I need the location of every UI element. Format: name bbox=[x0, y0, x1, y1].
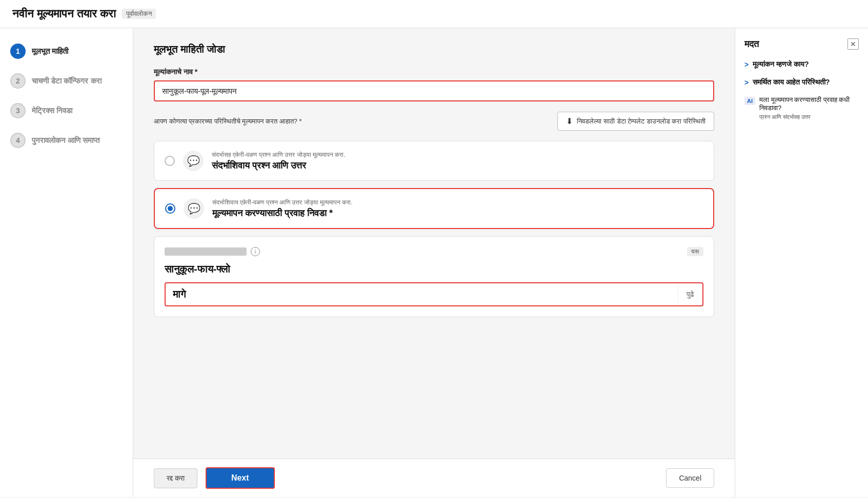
help-text-2: समर्थित काय आहेत परिस्थिती? bbox=[753, 78, 830, 87]
info-icon[interactable]: i bbox=[251, 247, 260, 256]
cancel-en-button[interactable]: Cancel bbox=[666, 468, 714, 488]
flow-next-label: पुढे bbox=[678, 285, 702, 304]
help-close-button[interactable]: ✕ bbox=[847, 38, 859, 50]
sidebar-item-step3[interactable]: 3 मेट्रिक्स निवडा bbox=[10, 103, 123, 118]
flow-tag: यरू bbox=[687, 247, 703, 256]
eval-name-label: मूल्यांकनाचे नाव * bbox=[154, 68, 714, 76]
flow-name-bar: i bbox=[165, 247, 260, 256]
help-title: मदत bbox=[744, 39, 759, 50]
flow-name-placeholder bbox=[165, 247, 247, 256]
step1-label: मूलभूत माहिती bbox=[32, 47, 68, 56]
option-card-1[interactable]: 💬 संदर्भासह एकेरी-वळण प्रश्न आणि उत्तर ज… bbox=[154, 141, 714, 181]
step4-label: पुनरावलोकन आणि समाप्त bbox=[32, 136, 99, 145]
option-icon-1: 💬 bbox=[183, 151, 204, 171]
help-arrow-1: > bbox=[744, 60, 749, 69]
option2-title: मूल्यमापन करण्यासाठी प्रवाह निवडा * bbox=[212, 208, 703, 219]
flow-input-row: पुढे bbox=[165, 282, 703, 306]
next-button[interactable]: Next bbox=[206, 467, 275, 489]
page-title: नवीन मूल्यमापन तयार करा bbox=[12, 7, 116, 20]
help-complex-text: मला मूल्यमापन करण्यासाठी प्रवाह कधी निवड… bbox=[759, 96, 859, 112]
situation-row: आपण कोणत्या प्रकारच्या परिस्थितीचे मूल्य… bbox=[154, 112, 714, 131]
step3-circle: 3 bbox=[10, 103, 26, 118]
help-complex-content: मला मूल्यमापन करण्यासाठी प्रवाह कधी निवड… bbox=[759, 96, 859, 120]
footer: रद्द करा Next Cancel bbox=[133, 459, 735, 497]
ai-badge: AI bbox=[744, 97, 755, 105]
download-template-button[interactable]: ⬇ निवडलेल्या साठी डेटा टेम्पलेट डाउनलोड … bbox=[557, 112, 714, 131]
main-layout: 1 मूलभूत माहिती 2 चाचणी डेटा कॉन्फिगर कर… bbox=[0, 28, 868, 497]
content-area: मूलभूत माहिती जोडा मूल्यांकनाचे नाव * आप… bbox=[133, 28, 735, 459]
sidebar: 1 मूलभूत माहिती 2 चाचणी डेटा कॉन्फिगर कर… bbox=[0, 28, 133, 497]
help-item-2[interactable]: > समर्थित काय आहेत परिस्थिती? bbox=[744, 78, 859, 87]
eval-name-input[interactable] bbox=[154, 80, 714, 101]
page-header: नवीन मूल्यमापन तयार करा पूर्वावलोकन bbox=[0, 0, 868, 28]
preview-badge: पूर्वावलोकन bbox=[122, 9, 156, 19]
step3-label: मेट्रिक्स निवडा bbox=[32, 106, 72, 115]
option-card-2[interactable]: 💬 संदर्भाशिवाय एकेरी-वळण प्रश्न आणि उत्त… bbox=[154, 188, 714, 229]
section-title: मूलभूत माहिती जोडा bbox=[154, 44, 714, 55]
option-icon-2: 💬 bbox=[184, 198, 204, 219]
help-complex-sub: प्रश्न आणि संदर्भासह उत्तर bbox=[759, 114, 859, 120]
option-text-1: संदर्भासह एकेरी-वळण प्रश्न आणि उत्तर जोड… bbox=[212, 151, 703, 171]
step4-circle: 4 bbox=[10, 133, 26, 148]
option-text-2: संदर्भाशिवाय एकेरी-वळण प्रश्न आणि उत्तर … bbox=[212, 199, 703, 219]
situation-label: आपण कोणत्या प्रकारच्या परिस्थितीचे मूल्य… bbox=[154, 117, 549, 126]
flow-input-field[interactable] bbox=[166, 283, 678, 305]
download-icon: ⬇ bbox=[566, 116, 573, 126]
flow-card: i यरू सानुकूल-फाय-फ्लो पुढे bbox=[154, 236, 714, 317]
help-panel: मदत ✕ > मूल्यांकन म्हणजे काय? > समर्थित … bbox=[735, 28, 868, 497]
help-item-3[interactable]: AI मला मूल्यमापन करण्यासाठी प्रवाह कधी न… bbox=[744, 96, 859, 120]
flow-card-header: i यरू bbox=[165, 247, 703, 256]
step2-label: चाचणी डेटा कॉन्फिगर करा bbox=[32, 76, 102, 86]
sidebar-item-step4[interactable]: 4 पुनरावलोकन आणि समाप्त bbox=[10, 133, 123, 148]
flow-title: सानुकूल-फाय-फ्लो bbox=[165, 263, 703, 275]
close-icon: ✕ bbox=[850, 40, 856, 48]
cancel-mr-button[interactable]: रद्द करा bbox=[154, 468, 197, 488]
option2-subtitle: संदर्भाशिवाय एकेरी-वळण प्रश्न आणि उत्तर … bbox=[212, 199, 703, 206]
sidebar-item-step1[interactable]: 1 मूलभूत माहिती bbox=[10, 44, 123, 59]
help-text-1: मूल्यांकन म्हणजे काय? bbox=[753, 60, 809, 69]
option1-subtitle: संदर्भासह एकेरी-वळण प्रश्न आणि उत्तर जोड… bbox=[212, 151, 703, 158]
option1-title: संदर्भाशिवाय प्रश्न आणि उत्तर bbox=[212, 160, 703, 171]
step1-circle: 1 bbox=[10, 44, 26, 59]
content-wrapper: मूलभूत माहिती जोडा मूल्यांकनाचे नाव * आप… bbox=[133, 28, 735, 497]
help-arrow-2: > bbox=[744, 78, 749, 87]
radio-btn-1[interactable] bbox=[165, 156, 175, 166]
sidebar-item-step2[interactable]: 2 चाचणी डेटा कॉन्फिगर करा bbox=[10, 73, 123, 89]
radio-btn-2[interactable] bbox=[165, 203, 175, 214]
help-header: मदत ✕ bbox=[744, 38, 859, 50]
step2-circle: 2 bbox=[10, 73, 26, 89]
download-btn-label: निवडलेल्या साठी डेटा टेम्पलेट डाउनलोड कर… bbox=[577, 117, 705, 126]
help-item-1[interactable]: > मूल्यांकन म्हणजे काय? bbox=[744, 60, 859, 69]
